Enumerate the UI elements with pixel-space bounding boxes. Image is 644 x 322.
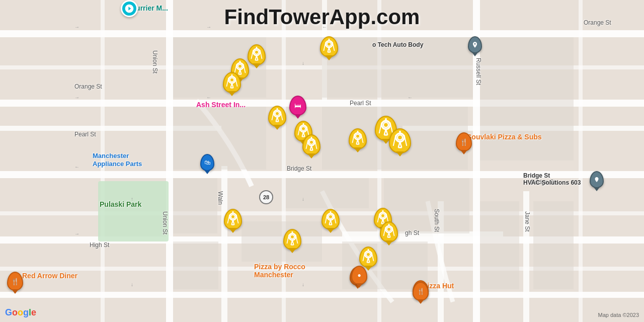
tower-pin-t16[interactable] (359, 247, 377, 268)
svg-line-50 (251, 50, 253, 59)
svg-line-98 (352, 134, 354, 143)
red-arrow-pin[interactable]: 🍴 (7, 272, 23, 291)
svg-line-160 (368, 258, 370, 262)
svg-point-149 (290, 235, 294, 239)
ash-street-inn-pin[interactable]: 🛏 (289, 96, 306, 116)
svg-line-128 (331, 220, 332, 224)
svg-rect-5 (0, 292, 644, 298)
svg-line-72 (277, 117, 279, 121)
tower-pin-t15[interactable] (283, 229, 301, 250)
tower-pin-t12[interactable] (321, 209, 340, 230)
appliance-parts-pin[interactable]: 🛍 (200, 154, 214, 171)
svg-line-155 (296, 235, 298, 244)
tower-pin-t10[interactable] (320, 36, 338, 57)
route-28-badge: 28 (259, 190, 273, 204)
svg-line-75 (281, 112, 283, 120)
svg-line-96 (358, 139, 359, 144)
red-arrow-label: Red Arrow Diner (22, 272, 77, 280)
route-28-number: 28 (263, 194, 269, 200)
svg-point-53 (238, 64, 242, 68)
svg-line-114 (393, 135, 396, 146)
svg-point-93 (356, 134, 360, 138)
tower-pin-t9[interactable] (389, 128, 411, 153)
tower-pin-t6[interactable] (302, 134, 320, 155)
svg-point-69 (275, 112, 279, 116)
svg-rect-29 (286, 178, 369, 208)
svg-point-101 (383, 122, 388, 127)
svg-rect-21 (579, 0, 583, 322)
svg-line-40 (329, 47, 331, 52)
svg-line-42 (324, 42, 326, 51)
svg-line-147 (392, 227, 394, 236)
tower-pin-t4[interactable] (268, 106, 286, 127)
svg-line-43 (333, 42, 335, 51)
svg-line-88 (311, 145, 313, 150)
tower-pin-t3[interactable] (223, 72, 241, 93)
pulaski-park-label: Pulaski Park (100, 200, 141, 208)
svg-point-45 (255, 50, 259, 54)
russell-st-label: Russell St (475, 58, 482, 85)
svg-line-82 (298, 127, 300, 135)
svg-line-90 (306, 140, 308, 149)
south-st-label: South St (433, 209, 440, 232)
svg-point-125 (329, 215, 333, 219)
svg-line-154 (287, 235, 289, 244)
svg-rect-28 (173, 178, 217, 233)
svg-line-115 (404, 135, 407, 146)
svg-line-67 (235, 78, 237, 87)
souvlaki-label: Souvlaki Pizza & Subs (467, 133, 542, 141)
svg-line-130 (325, 215, 327, 223)
svg-line-123 (236, 215, 238, 223)
svg-point-133 (381, 214, 385, 218)
pizza-rocco-label: Pizza by RoccoManchester (254, 263, 305, 279)
google-logo: Google (5, 307, 36, 318)
svg-line-51 (260, 50, 262, 59)
jane-st-label: Jane St (524, 211, 531, 232)
union-st-label: Union St (151, 50, 158, 73)
svg-line-91 (315, 140, 317, 149)
svg-rect-31 (173, 242, 218, 289)
pearl-st-left: Pearl St (74, 131, 96, 138)
svg-point-109 (397, 135, 403, 140)
ash-street-inn-label: Ash Street In... (196, 101, 246, 109)
high-st-right: gh St (405, 229, 419, 236)
currier-museum-indicator (121, 0, 138, 17)
svg-line-152 (292, 240, 294, 245)
auto-body-pin (468, 36, 482, 53)
site-title: FindTowerApp.com (224, 5, 420, 29)
pizza-hut-orange-marker[interactable]: 🍴 (413, 282, 429, 301)
svg-line-99 (361, 134, 363, 143)
svg-line-120 (233, 220, 234, 224)
tower-pin-t7[interactable] (349, 128, 367, 149)
tower-pin-t11[interactable] (224, 209, 242, 230)
svg-point-157 (366, 253, 370, 257)
hvac-label: Bridge StHVAC Solutions 603 (523, 172, 581, 186)
auto-body-label: o Tech Auto Body (372, 41, 423, 48)
tower-pin-t14[interactable] (380, 221, 398, 243)
svg-line-163 (372, 253, 374, 261)
orange-st-left: Orange St (74, 83, 102, 90)
svg-rect-24 (173, 107, 266, 170)
pizza-rocco-orange-pin[interactable]: ● (351, 266, 367, 285)
svg-line-138 (377, 214, 379, 222)
svg-line-74 (272, 112, 274, 120)
svg-line-66 (226, 78, 228, 87)
souvlaki-pin[interactable]: 🍴 (456, 132, 472, 151)
tower-pin-t1[interactable] (248, 44, 266, 65)
svg-rect-27 (480, 37, 574, 160)
appliance-parts-label: Appliance Parts (93, 160, 142, 168)
svg-line-146 (383, 227, 385, 236)
map-copyright: Map data ©2023 (598, 312, 639, 318)
svg-rect-10 (221, 166, 227, 322)
svg-point-141 (387, 227, 391, 231)
svg-rect-32 (242, 221, 322, 262)
svg-rect-12 (523, 191, 529, 322)
svg-line-144 (389, 232, 390, 237)
svg-point-85 (309, 140, 313, 144)
svg-point-37 (327, 42, 331, 46)
orange-st-top-right: Orange St (584, 19, 611, 26)
svg-line-59 (244, 64, 246, 73)
svg-line-104 (386, 129, 387, 135)
map-container: FindTowerApp.com Currier M... o Tech Aut… (0, 0, 644, 322)
svg-rect-22 (98, 181, 169, 242)
